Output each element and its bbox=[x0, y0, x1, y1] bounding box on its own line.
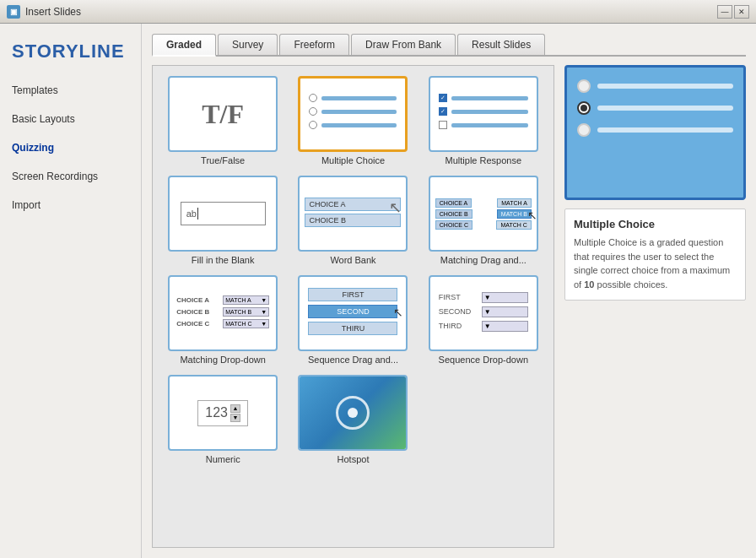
label-fill-blank: Fill in the Blank bbox=[192, 255, 255, 265]
hotspot-inner bbox=[348, 408, 358, 418]
grid-item-matching-drag[interactable]: CHOICE A MATCH A CHOICE B MATCH B ↖ CHOI… bbox=[424, 176, 543, 265]
thumb-numeric[interactable]: 123 ▲ ▼ bbox=[168, 375, 278, 451]
label-sequence-drag: Sequence Drag and... bbox=[308, 355, 398, 365]
tf-label: T/F bbox=[202, 99, 244, 130]
num-value: 123 bbox=[205, 405, 228, 420]
fitb-cursor bbox=[197, 208, 198, 219]
wb-preview: CHOICE A ↖ CHOICE B bbox=[300, 192, 406, 235]
tab-result-slides[interactable]: Result Slides bbox=[457, 34, 545, 55]
mr-check-3 bbox=[439, 121, 447, 129]
preview-line-3 bbox=[597, 127, 733, 133]
hotspot-circle bbox=[336, 396, 370, 430]
wb-choice-a: CHOICE A ↖ bbox=[305, 198, 401, 211]
tab-draw-from-bank[interactable]: Draw From Bank bbox=[351, 34, 456, 55]
preview-bold: 10 bbox=[584, 279, 594, 290]
preview-panel: Multiple Choice Multiple Choice is a gra… bbox=[564, 65, 746, 548]
mdd-preview: CHOICE A MATCH A ▼ CHOICE B MATCH B ▼ CH… bbox=[170, 290, 276, 336]
title-bar-controls: — ✕ bbox=[717, 5, 749, 19]
preview-radio-1 bbox=[577, 79, 591, 93]
thumb-matching-drag[interactable]: CHOICE A MATCH A CHOICE B MATCH B ↖ CHOI… bbox=[429, 176, 538, 252]
label-true-false: True/False bbox=[201, 155, 245, 165]
dialog-title: Insert Slides bbox=[25, 6, 81, 18]
sd-second: SECOND ↖ bbox=[308, 305, 397, 318]
preview-info: Multiple Choice Multiple Choice is a gra… bbox=[564, 209, 746, 301]
thumb-sequence-dropdown[interactable]: FIRST ▼ SECOND ▼ THIRD ▼ bbox=[429, 275, 538, 351]
sidebar-item-quizzing[interactable]: Quizzing bbox=[0, 133, 141, 162]
md-ma: MATCH A bbox=[497, 198, 532, 208]
label-matching-drag: Matching Drag and... bbox=[440, 255, 526, 265]
md-cc: CHOICE C bbox=[435, 220, 472, 230]
thumb-word-bank[interactable]: CHOICE A ↖ CHOICE B bbox=[298, 176, 408, 252]
sidebar-item-basic-layouts[interactable]: Basic Layouts bbox=[0, 105, 141, 133]
mc-radio-2 bbox=[309, 107, 317, 116]
md-preview: CHOICE A MATCH A CHOICE B MATCH B ↖ CHOI… bbox=[430, 195, 537, 233]
label-numeric: Numeric bbox=[206, 454, 240, 464]
grid-item-matching-dropdown[interactable]: CHOICE A MATCH A ▼ CHOICE B MATCH B ▼ CH… bbox=[163, 275, 283, 365]
mr-check-2: ✓ bbox=[439, 107, 447, 116]
grid-item-sequence-drag[interactable]: FIRST SECOND ↖ THIRU Sequence Drag and..… bbox=[293, 275, 413, 365]
sd-preview: FIRST SECOND ↖ THIRU bbox=[300, 281, 406, 345]
grid-item-sequence-dropdown[interactable]: FIRST ▼ SECOND ▼ THIRD ▼ bbox=[424, 275, 543, 365]
mc-line-2 bbox=[321, 110, 397, 114]
tab-graded[interactable]: Graded bbox=[152, 34, 216, 57]
mr-check-1: ✓ bbox=[439, 94, 447, 102]
preview-line-2 bbox=[597, 106, 733, 111]
mdd-cb: CHOICE B bbox=[176, 308, 209, 316]
sidebar-item-templates[interactable]: Templates bbox=[0, 76, 141, 105]
thumb-multiple-response[interactable]: ✓ ✓ bbox=[429, 76, 538, 152]
mc-preview bbox=[300, 87, 405, 141]
label-multiple-choice: Multiple Choice bbox=[321, 155, 385, 165]
tab-survey[interactable]: Survey bbox=[218, 34, 278, 55]
title-bar: ▣ Insert Slides — ✕ bbox=[0, 0, 756, 24]
num-up[interactable]: ▲ bbox=[230, 404, 240, 413]
mdd-sel-b[interactable]: MATCH B ▼ bbox=[223, 307, 269, 317]
mdd-ca: CHOICE A bbox=[176, 296, 209, 304]
tab-freeform[interactable]: Freeform bbox=[279, 34, 349, 55]
app-logo: STORYLINE bbox=[0, 32, 141, 76]
sdd-sel-1[interactable]: ▼ bbox=[482, 292, 528, 303]
mr-preview: ✓ ✓ bbox=[430, 87, 537, 141]
preview-row-3 bbox=[577, 123, 733, 137]
num-down[interactable]: ▼ bbox=[230, 414, 240, 422]
thumb-hotspot[interactable] bbox=[298, 375, 408, 451]
mdd-cc: CHOICE C bbox=[176, 320, 209, 328]
mdd-sel-a[interactable]: MATCH A ▼ bbox=[223, 295, 269, 305]
sdd-sel-3[interactable]: ▼ bbox=[482, 321, 528, 332]
sidebar-item-screen-recordings[interactable]: Screen Recordings bbox=[0, 162, 141, 191]
grid-item-fill-blank[interactable]: ab Fill in the Blank bbox=[163, 176, 283, 265]
mr-line-2 bbox=[451, 110, 528, 114]
mc-line-1 bbox=[321, 96, 397, 100]
app-icon: ▣ bbox=[7, 5, 20, 19]
grid-item-hotspot[interactable]: Hotspot bbox=[293, 375, 413, 464]
close-button[interactable]: ✕ bbox=[734, 5, 749, 19]
grid-item-true-false[interactable]: T/F True/False bbox=[163, 76, 283, 165]
grid-item-numeric[interactable]: 123 ▲ ▼ Numeric bbox=[163, 375, 283, 464]
sdd-sel-2[interactable]: ▼ bbox=[482, 306, 528, 317]
fitb-text: ab bbox=[186, 209, 197, 219]
preview-radio-2 bbox=[577, 101, 591, 115]
md-mc: MATCH C bbox=[496, 220, 531, 230]
grid-item-multiple-choice[interactable]: Multiple Choice bbox=[293, 76, 413, 165]
thumb-true-false[interactable]: T/F bbox=[168, 76, 278, 152]
mdd-sel-c[interactable]: MATCH C ▼ bbox=[223, 319, 269, 328]
thumb-multiple-choice[interactable] bbox=[298, 76, 408, 152]
md-mb: MATCH B ↖ bbox=[497, 209, 532, 219]
label-word-bank: Word Bank bbox=[330, 255, 375, 265]
minimize-button[interactable]: — bbox=[717, 5, 732, 19]
wb-choice-b: CHOICE B bbox=[305, 214, 401, 227]
grid-item-word-bank[interactable]: CHOICE A ↖ CHOICE B Word Bank bbox=[293, 176, 413, 265]
tabs-bar: Graded Survey Freeform Draw From Bank Re… bbox=[152, 34, 746, 57]
preview-description: Multiple Choice is a graded question tha… bbox=[574, 236, 737, 291]
thumb-matching-dropdown[interactable]: CHOICE A MATCH A ▼ CHOICE B MATCH B ▼ CH… bbox=[168, 275, 278, 351]
sdd-first: FIRST bbox=[439, 293, 461, 301]
sd-first: FIRST bbox=[308, 288, 397, 301]
main-area: T/F True/False bbox=[152, 65, 746, 548]
grid-item-multiple-response[interactable]: ✓ ✓ Mul bbox=[424, 76, 543, 165]
mc-radio-1 bbox=[309, 94, 317, 102]
num-spinners: ▲ ▼ bbox=[230, 404, 240, 422]
thumb-fill-blank[interactable]: ab bbox=[168, 176, 278, 252]
mr-line-1 bbox=[451, 96, 528, 100]
sidebar-item-import[interactable]: Import bbox=[0, 191, 141, 219]
thumb-sequence-drag[interactable]: FIRST SECOND ↖ THIRU bbox=[298, 275, 408, 351]
dialog: STORYLINE Templates Basic Layouts Quizzi… bbox=[0, 24, 756, 558]
